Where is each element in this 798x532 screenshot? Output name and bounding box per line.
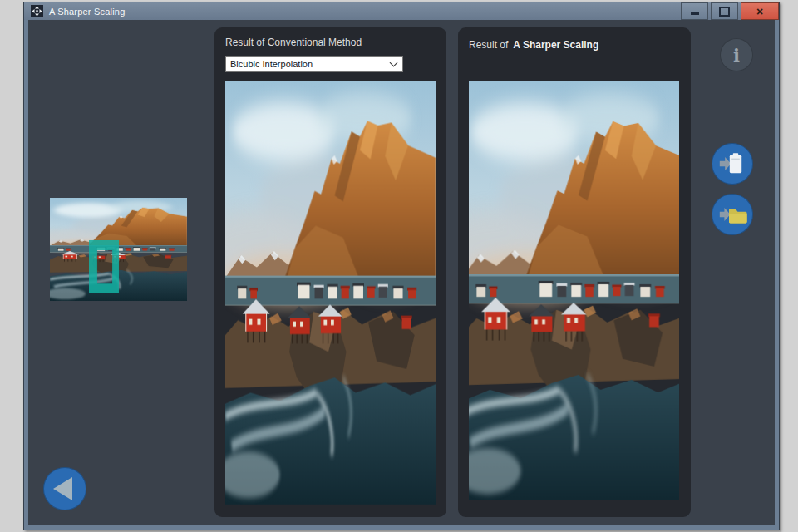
minimize-icon (691, 12, 699, 15)
content-area: Result of Conventional Method Bicubic In… (28, 20, 775, 525)
info-icon: i (733, 45, 740, 66)
back-button[interactable] (43, 467, 86, 510)
conventional-result-image (225, 81, 436, 505)
titlebar[interactable]: A Sharper Scaling × (24, 2, 779, 20)
method-dropdown[interactable]: Bicubic Interpolation (225, 56, 403, 72)
maximize-icon (719, 7, 730, 17)
conventional-result-panel: Result of Conventional Method Bicubic In… (214, 27, 446, 517)
minimize-button[interactable] (681, 2, 708, 20)
sharper-header-name: A Sharper Scaling (513, 39, 598, 51)
maximize-button[interactable] (711, 2, 738, 20)
copy-to-clipboard-button[interactable] (712, 143, 753, 185)
method-dropdown-value: Bicubic Interpolation (226, 59, 391, 69)
window-title: A Sharper Scaling (49, 7, 125, 17)
sharper-header-prefix: Result of (469, 39, 508, 51)
window-controls: × (678, 2, 779, 20)
close-button[interactable]: × (741, 2, 779, 20)
close-icon: × (756, 6, 763, 17)
sharper-result-panel: Result ofA Sharper Scaling (458, 27, 691, 517)
sharper-panel-header: Result ofA Sharper Scaling (469, 39, 598, 51)
source-thumbnail[interactable] (50, 198, 187, 301)
save-to-folder-icon (716, 198, 749, 231)
desktop-background: A Sharper Scaling × (0, 0, 798, 532)
app-window: A Sharper Scaling × (23, 2, 780, 530)
conventional-panel-header: Result of Conventional Method (225, 37, 362, 48)
chevron-down-icon (390, 59, 398, 67)
save-to-folder-button[interactable] (712, 194, 753, 235)
copy-to-clipboard-icon (716, 147, 749, 180)
back-arrow-icon (53, 477, 72, 500)
sharper-result-image (469, 81, 679, 500)
scaling-arrows-icon[interactable] (31, 5, 43, 17)
info-button[interactable]: i (720, 38, 753, 71)
